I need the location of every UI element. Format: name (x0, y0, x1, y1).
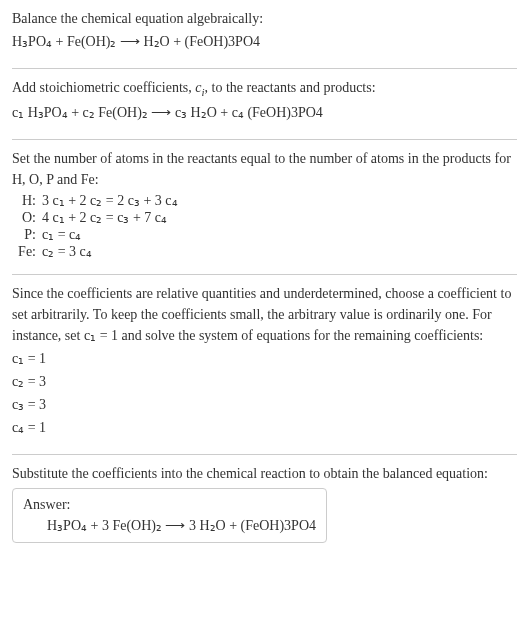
atom-eq: 4 c₁ + 2 c₂ = c₃ + 7 c₄ (42, 209, 178, 226)
atom-label: Fe: (12, 243, 42, 260)
section-solve: Since the coefficients are relative quan… (12, 283, 517, 446)
table-row: P: c₁ = c₄ (12, 226, 178, 243)
intro-title: Balance the chemical equation algebraica… (12, 8, 517, 29)
answer-label: Answer: (23, 497, 316, 513)
divider (12, 274, 517, 275)
solve-text: Since the coefficients are relative quan… (12, 283, 517, 346)
atoms-title: Set the number of atoms in the reactants… (12, 148, 517, 190)
table-row: O: 4 c₁ + 2 c₂ = c₃ + 7 c₄ (12, 209, 178, 226)
atom-label: H: (12, 192, 42, 209)
solve-c3: c₃ = 3 (12, 394, 517, 415)
divider (12, 139, 517, 140)
solve-c2: c₂ = 3 (12, 371, 517, 392)
answer-equation: H₃PO₄ + 3 Fe(OH)₂ ⟶ 3 H₂O + (FeOH)3PO4 (23, 517, 316, 534)
solve-results: c₁ = 1 c₂ = 3 c₃ = 3 c₄ = 1 (12, 348, 517, 438)
section-atoms: Set the number of atoms in the reactants… (12, 148, 517, 266)
section-answer: Substitute the coefficients into the che… (12, 463, 517, 549)
coeff-equation: c₁ H₃PO₄ + c₂ Fe(OH)₂ ⟶ c₃ H₂O + c₄ (FeO… (12, 102, 517, 123)
atom-eq: c₁ = c₄ (42, 226, 178, 243)
atom-eq: c₂ = 3 c₄ (42, 243, 178, 260)
answer-box: Answer: H₃PO₄ + 3 Fe(OH)₂ ⟶ 3 H₂O + (FeO… (12, 488, 327, 543)
atom-label: P: (12, 226, 42, 243)
atom-eq: 3 c₁ + 2 c₂ = 2 c₃ + 3 c₄ (42, 192, 178, 209)
atom-label: O: (12, 209, 42, 226)
divider (12, 68, 517, 69)
table-row: Fe: c₂ = 3 c₄ (12, 243, 178, 260)
table-row: H: 3 c₁ + 2 c₂ = 2 c₃ + 3 c₄ (12, 192, 178, 209)
section-coefficients: Add stoichiometric coefficients, ci, to … (12, 77, 517, 131)
divider (12, 454, 517, 455)
section-intro: Balance the chemical equation algebraica… (12, 8, 517, 60)
coeff-title-b: , to the reactants and products: (205, 80, 376, 95)
solve-c4: c₄ = 1 (12, 417, 517, 438)
answer-title: Substitute the coefficients into the che… (12, 463, 517, 484)
intro-equation: H₃PO₄ + Fe(OH)₂ ⟶ H₂O + (FeOH)3PO4 (12, 31, 517, 52)
atoms-table: H: 3 c₁ + 2 c₂ = 2 c₃ + 3 c₄ O: 4 c₁ + 2… (12, 192, 178, 260)
coeff-title: Add stoichiometric coefficients, ci, to … (12, 77, 517, 100)
coeff-title-a: Add stoichiometric coefficients, (12, 80, 195, 95)
solve-c1: c₁ = 1 (12, 348, 517, 369)
